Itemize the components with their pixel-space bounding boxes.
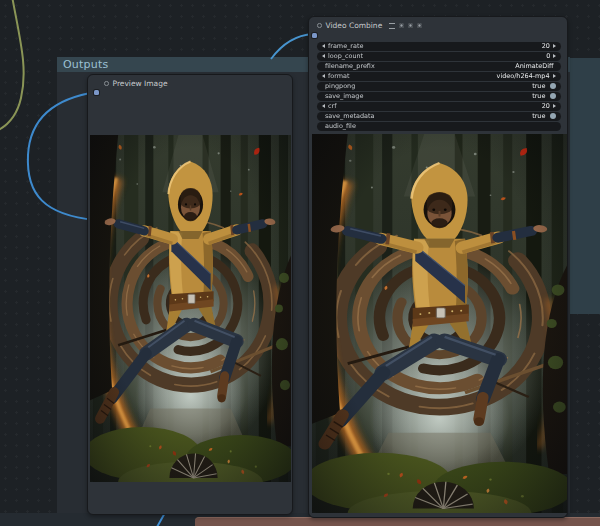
widget-save_image[interactable]: save_imagetrue (317, 92, 561, 101)
preview-image[interactable] (90, 135, 291, 482)
widget-value: 0 (546, 52, 550, 60)
widget-value: video/h264-mp4 (497, 72, 550, 80)
node-editor-canvas[interactable]: Outputs Preview Image Video Combine (0, 0, 600, 526)
widget-label: save_image (325, 92, 363, 100)
widget-audio_file[interactable]: audio_file (317, 122, 561, 131)
node-preview-image-title: Preview Image (113, 79, 168, 88)
increment-arrow-icon[interactable] (553, 104, 556, 108)
widget-value: 20 (542, 42, 550, 50)
increment-arrow-icon[interactable] (553, 54, 556, 58)
widget-label: format (328, 72, 349, 80)
toggle-knob-icon[interactable] (550, 83, 556, 89)
dot-badge-icon[interactable] (408, 23, 413, 28)
widget-label: audio_file (325, 122, 356, 130)
widget-frame_rate[interactable]: frame_rate20 (317, 42, 561, 51)
decrement-arrow-icon[interactable] (322, 104, 325, 108)
node-video-combine-titlebar[interactable]: Video Combine (317, 21, 422, 30)
widget-label: pingpong (325, 82, 355, 90)
widget-save_metadata[interactable]: save_metadatatrue (317, 112, 561, 121)
widget-label: loop_count (328, 52, 363, 60)
video-preview[interactable] (312, 134, 567, 513)
node-preview-image[interactable]: Preview Image (87, 74, 293, 515)
increment-arrow-icon[interactable] (553, 44, 556, 48)
widget-value: AnimateDiff (515, 62, 553, 70)
dot-badge-icon[interactable] (417, 23, 422, 28)
widget-label: save_metadata (325, 112, 375, 120)
node-titlebar-partial-bottom[interactable] (195, 517, 600, 526)
toggle-knob-icon[interactable] (550, 113, 556, 119)
widget-filename_prefix[interactable]: filename_prefixAnimateDiff (317, 62, 561, 71)
widget-loop_count[interactable]: loop_count0 (317, 52, 561, 61)
decrement-arrow-icon[interactable] (322, 74, 325, 78)
images-input-socket[interactable] (312, 33, 317, 38)
toggle-knob-icon[interactable] (550, 93, 556, 99)
widget-label: crf (328, 102, 336, 110)
widget-pingpong[interactable]: pingpongtrue (317, 82, 561, 91)
group-partial-right (570, 58, 600, 314)
decrement-arrow-icon[interactable] (322, 54, 325, 58)
menu-icon[interactable] (389, 23, 395, 29)
video-combine-widgets: frame_rate20loop_count0filename_prefixAn… (317, 42, 561, 132)
group-outputs-title: Outputs (63, 58, 108, 71)
increment-arrow-icon[interactable] (553, 74, 556, 78)
dot-badge-icon[interactable] (399, 23, 404, 28)
decrement-arrow-icon[interactable] (322, 44, 325, 48)
node-preview-image-titlebar[interactable]: Preview Image (104, 79, 168, 88)
widget-value: true (532, 112, 545, 120)
widget-value: 20 (542, 102, 550, 110)
widget-format[interactable]: formatvideo/h264-mp4 (317, 72, 561, 81)
widget-label: filename_prefix (325, 62, 375, 70)
node-video-combine-title: Video Combine (326, 21, 383, 30)
collapse-dot-icon[interactable] (317, 23, 322, 28)
collapse-dot-icon[interactable] (104, 81, 109, 86)
node-video-combine[interactable]: Video Combine frame_rate20loop_count0fil… (308, 16, 568, 518)
widget-value: true (532, 92, 545, 100)
widget-value: true (532, 82, 545, 90)
widget-crf[interactable]: crf20 (317, 102, 561, 111)
images-input-socket[interactable] (94, 90, 99, 95)
widget-label: frame_rate (328, 42, 363, 50)
